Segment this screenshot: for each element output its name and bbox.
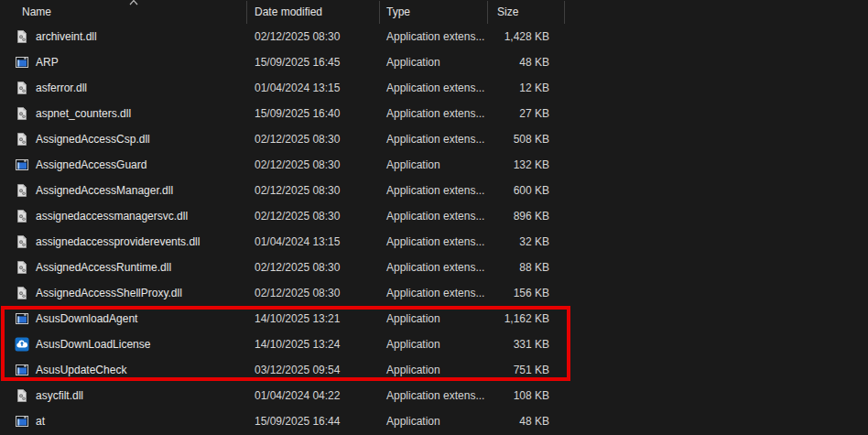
file-row[interactable]: assignedaccessproviderevents.dll 01/04/2… — [0, 229, 868, 255]
file-name: asycfilt.dll — [36, 389, 83, 402]
file-date-modified: 14/10/2025 13:21 — [247, 312, 380, 325]
file-size: 27 KB — [488, 107, 565, 120]
file-name: AsusDownLoadLicense — [36, 338, 150, 351]
dll-file-icon — [15, 234, 29, 249]
file-size: 751 KB — [488, 364, 565, 376]
file-row[interactable]: at 15/09/2025 16:44 Application 48 KB — [0, 408, 868, 434]
cloud-download-icon — [15, 337, 29, 352]
file-type: Application — [380, 364, 488, 376]
dll-file-icon — [15, 260, 29, 275]
column-header-name[interactable]: Name — [0, 1, 247, 24]
file-size: 600 KB — [488, 184, 565, 197]
file-date-modified: 02/12/2025 08:30 — [247, 30, 380, 43]
file-type: Application extens... — [380, 184, 488, 197]
column-header-type[interactable]: Type — [380, 1, 488, 24]
file-date-modified: 01/04/2024 04:22 — [247, 389, 380, 402]
dll-file-icon — [15, 286, 29, 300]
file-row[interactable]: aspnet_counters.dll 15/09/2025 16:40 App… — [0, 101, 868, 126]
column-header-name-label: Name — [22, 5, 51, 18]
file-type: Application extens... — [380, 287, 488, 299]
file-size: 108 KB — [488, 389, 565, 402]
sort-ascending-icon — [128, 0, 139, 5]
application-icon — [15, 363, 29, 377]
file-type: Application — [380, 415, 488, 428]
column-header-date-label: Date modified — [255, 5, 322, 18]
file-explorer-list-view: Name Date modified Type Size archiveint.… — [0, 0, 868, 435]
file-size: 132 KB — [488, 158, 565, 171]
dll-file-icon — [15, 81, 29, 95]
file-date-modified: 02/12/2025 08:30 — [247, 133, 380, 146]
file-name: AssignedAccessCsp.dll — [36, 133, 150, 146]
file-type: Application extens... — [380, 235, 488, 248]
file-row[interactable]: AssignedAccessShellProxy.dll 02/12/2025 … — [0, 280, 868, 306]
application-icon — [15, 414, 29, 429]
dll-file-icon — [15, 29, 29, 44]
file-size: 48 KB — [488, 56, 565, 69]
dll-file-icon — [15, 388, 29, 403]
file-row[interactable]: assignedaccessmanagersvc.dll 02/12/2025 … — [0, 203, 868, 229]
column-header-row: Name Date modified Type Size — [0, 0, 868, 24]
file-name: assignedaccessmanagersvc.dll — [36, 210, 188, 223]
file-row[interactable]: archiveint.dll 02/12/2025 08:30 Applicat… — [0, 24, 868, 49]
file-type: Application extens... — [380, 30, 488, 43]
file-type: Application extens... — [380, 261, 488, 274]
file-list: archiveint.dll 02/12/2025 08:30 Applicat… — [0, 24, 868, 434]
file-row[interactable]: AssignedAccessCsp.dll 02/12/2025 08:30 A… — [0, 126, 868, 152]
file-date-modified: 01/04/2024 13:15 — [247, 235, 380, 248]
file-name: AsusUpdateCheck — [36, 364, 126, 376]
file-date-modified: 15/09/2025 16:44 — [247, 415, 380, 428]
file-date-modified: 03/12/2025 09:54 — [247, 364, 380, 376]
file-date-modified: 02/12/2025 08:30 — [247, 184, 380, 197]
file-type: Application extens... — [380, 210, 488, 223]
column-header-size[interactable]: Size — [488, 1, 565, 24]
file-name: ARP — [36, 56, 59, 69]
file-date-modified: 02/12/2025 08:30 — [247, 210, 380, 223]
file-date-modified: 02/12/2025 08:30 — [247, 261, 380, 274]
file-type: Application extens... — [380, 107, 488, 120]
file-size: 331 KB — [488, 338, 565, 351]
file-row[interactable]: asycfilt.dll 01/04/2024 04:22 Applicatio… — [0, 383, 868, 408]
file-type: Application extens... — [380, 389, 488, 402]
file-size: 508 KB — [488, 133, 565, 146]
file-size: 32 KB — [488, 235, 565, 248]
column-header-size-label: Size — [497, 5, 518, 18]
file-name: at — [36, 415, 45, 428]
file-size: 88 KB — [488, 261, 565, 274]
file-name: AssignedAccessRuntime.dll — [36, 261, 171, 274]
file-date-modified: 15/09/2025 16:45 — [247, 56, 380, 69]
file-date-modified: 01/04/2024 13:15 — [247, 82, 380, 94]
file-name: AssignedAccessShellProxy.dll — [36, 287, 182, 299]
file-row[interactable]: asferror.dll 01/04/2024 13:15 Applicatio… — [0, 75, 868, 101]
file-type: Application — [380, 158, 488, 171]
application-icon — [15, 311, 29, 326]
file-name: asferror.dll — [36, 82, 87, 94]
file-date-modified: 02/12/2025 08:30 — [247, 158, 380, 171]
file-type: Application extens... — [380, 133, 488, 146]
column-header-type-label: Type — [386, 5, 410, 18]
dll-file-icon — [15, 106, 29, 121]
file-row[interactable]: AssignedAccessRuntime.dll 02/12/2025 08:… — [0, 255, 868, 280]
file-name: aspnet_counters.dll — [36, 107, 131, 120]
application-icon — [15, 158, 29, 172]
file-type: Application — [380, 338, 488, 351]
file-type: Application extens... — [380, 82, 488, 94]
application-icon — [15, 55, 29, 70]
file-name: archiveint.dll — [36, 30, 97, 43]
file-name: AsusDownloadAgent — [36, 312, 137, 325]
file-row[interactable]: ARP 15/09/2025 16:45 Application 48 KB — [0, 49, 868, 75]
file-row[interactable]: AsusUpdateCheck 03/12/2025 09:54 Applica… — [0, 357, 868, 383]
file-row[interactable]: AsusDownLoadLicense 14/10/2025 13:24 App… — [0, 332, 868, 357]
file-name: assignedaccessproviderevents.dll — [36, 235, 200, 248]
file-size: 48 KB — [488, 415, 565, 428]
file-row[interactable]: AssignedAccessGuard 02/12/2025 08:30 App… — [0, 152, 868, 178]
file-date-modified: 02/12/2025 08:30 — [247, 287, 380, 299]
dll-file-icon — [15, 209, 29, 223]
file-row[interactable]: AssignedAccessManager.dll 02/12/2025 08:… — [0, 178, 868, 203]
file-size: 1,162 KB — [488, 312, 565, 325]
file-date-modified: 14/10/2025 13:24 — [247, 338, 380, 351]
file-type: Application — [380, 56, 488, 69]
file-size: 12 KB — [488, 82, 565, 94]
file-size: 156 KB — [488, 287, 565, 299]
file-row[interactable]: AsusDownloadAgent 14/10/2025 13:21 Appli… — [0, 306, 868, 332]
column-header-date-modified[interactable]: Date modified — [247, 1, 380, 24]
